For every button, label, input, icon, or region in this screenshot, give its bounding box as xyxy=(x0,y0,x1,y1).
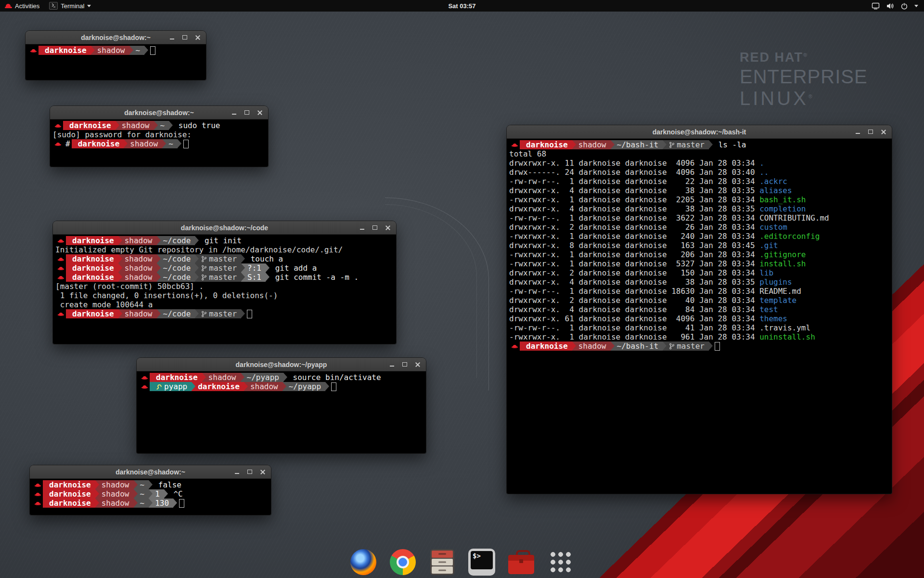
window-titlebar[interactable]: darknoise@shadow:~ xyxy=(30,465,271,479)
close-button[interactable] xyxy=(413,360,422,369)
terminal-body[interactable]: darknoiseshadow~ falsedarknoiseshadow~1 … xyxy=(30,479,271,515)
minimize-button[interactable] xyxy=(387,360,396,369)
terminal-line: darknoiseshadow~130 xyxy=(32,499,269,508)
prompt-git-branch-segment: master xyxy=(195,273,241,282)
dock-item-toolbox[interactable] xyxy=(506,547,536,577)
minimize-button[interactable] xyxy=(853,128,862,136)
redhat-icon xyxy=(139,382,150,391)
file-name: .travis.yml xyxy=(759,323,810,332)
close-button[interactable] xyxy=(193,33,202,42)
close-icon xyxy=(415,362,420,367)
terminal-window: darknoise@shadow:~ darknoiseshadow~ sudo… xyxy=(50,106,268,167)
dock-item-firefox[interactable] xyxy=(348,547,378,577)
window-titlebar[interactable]: darknoise@shadow:~/bash-it xyxy=(507,125,892,139)
top-bar: Activities Terminal Sat 03:57 xyxy=(0,0,924,12)
window-titlebar[interactable]: darknoise@shadow:~ xyxy=(50,106,268,119)
prompt-host-segment: shadow xyxy=(118,254,157,263)
terminal-body[interactable]: darknoiseshadow~ sudo true[sudo] passwor… xyxy=(50,119,268,167)
terminal-body[interactable]: darknoiseshadow~/pyapp source bin/activa… xyxy=(137,371,426,453)
minimize-button[interactable] xyxy=(232,468,241,476)
terminal-line: drwxrwxr-x. 4 darknoise darknoise 38 Jan… xyxy=(509,277,889,287)
redhat-icon xyxy=(55,309,66,318)
chevron-down-icon xyxy=(87,5,91,7)
output-text: -rwxrwxr-x. 1 darknoise darknoise 5327 J… xyxy=(509,259,759,268)
command-text: sudo true xyxy=(169,121,220,130)
prompt-path-segment: ~/pyapp xyxy=(241,373,283,382)
prompt-git-branch-segment: master xyxy=(195,309,241,318)
chevron-down-icon xyxy=(914,5,918,7)
maximize-button[interactable] xyxy=(243,108,251,117)
dock-item-terminal[interactable]: $> xyxy=(467,547,497,577)
redhat-icon xyxy=(55,254,66,263)
activities-button[interactable]: Activities xyxy=(0,0,44,12)
chrome-icon xyxy=(390,549,416,575)
file-name: completion xyxy=(759,204,806,213)
terminal-line: -rwxrwxr-x. 1 darknoise darknoise 961 Ja… xyxy=(509,332,889,342)
file-name: custom xyxy=(759,223,787,232)
terminal-line: #darknoiseshadow~ xyxy=(52,139,266,148)
terminal-line: drwxrwxr-x. 4 darknoise darknoise 38 Jan… xyxy=(509,204,889,213)
maximize-button[interactable] xyxy=(866,128,875,136)
window-titlebar[interactable]: darknoise@shadow:~ xyxy=(26,31,206,44)
dock-item-files[interactable] xyxy=(427,547,457,577)
maximize-button[interactable] xyxy=(400,360,409,369)
minimize-button[interactable] xyxy=(230,108,238,117)
dock: $> xyxy=(348,547,576,577)
app-grid-icon xyxy=(550,551,572,573)
output-text: -rw-rw-r--. 1 darknoise darknoise 18630 … xyxy=(509,287,759,296)
file-name: template xyxy=(759,296,796,305)
redhat-icon xyxy=(509,140,520,149)
system-status-area[interactable] xyxy=(868,0,922,12)
prompt-user-segment: darknoise xyxy=(520,140,572,149)
clock[interactable]: Sat 03:57 xyxy=(443,0,480,12)
window-titlebar[interactable]: darknoise@shadow:~/pyapp xyxy=(137,358,426,371)
terminal-window: darknoise@shadow:~ darknoiseshadow~ xyxy=(26,31,206,80)
maximize-button[interactable] xyxy=(371,223,379,232)
close-icon xyxy=(260,470,265,474)
prompt-host-segment: shadow xyxy=(572,140,611,149)
terminal-body[interactable]: darknoiseshadow~ xyxy=(26,44,206,80)
terminal-body[interactable]: darknoiseshadow~/bash-itmaster ls -latot… xyxy=(507,139,892,494)
terminal-window: darknoise@shadow:~/bash-it darknoiseshad… xyxy=(507,125,892,494)
output-text: drwxrwxr-x. 2 darknoise darknoise 26 Jan… xyxy=(509,223,759,232)
app-menu-terminal[interactable]: Terminal xyxy=(44,0,96,12)
close-button[interactable] xyxy=(258,468,267,476)
app-menu-label: Terminal xyxy=(61,2,84,10)
terminal-line: darknoiseshadow~ false xyxy=(32,480,269,489)
prompt-host-segment: shadow xyxy=(244,382,282,391)
prompt-path-segment: ~/pyapp xyxy=(282,382,325,391)
dock-item-show-applications[interactable] xyxy=(546,547,576,577)
terminal-body[interactable]: darknoiseshadow~/code git initInitialize… xyxy=(53,235,396,344)
file-name: themes xyxy=(759,314,787,323)
minimize-icon xyxy=(232,114,236,115)
prompt-user-segment: darknoise xyxy=(43,489,95,499)
terminal-cursor xyxy=(183,140,189,148)
redhat-icon xyxy=(52,121,63,130)
terminal-line: darknoiseshadow~1 ^C xyxy=(32,489,269,499)
close-button[interactable] xyxy=(384,223,392,232)
rhel-watermark-line1: RED HAT® xyxy=(740,50,868,65)
close-icon xyxy=(257,110,262,115)
dock-item-chrome[interactable] xyxy=(388,547,418,577)
prompt-host-segment: shadow xyxy=(118,309,157,318)
output-text: -rwxrwxr-x. 1 darknoise darknoise 2205 J… xyxy=(509,195,759,204)
window-titlebar[interactable]: darknoise@shadow:~/code xyxy=(53,221,396,235)
close-button[interactable] xyxy=(256,108,264,117)
terminal-line: [master (root-commit) 50bcb63] . xyxy=(55,282,394,291)
file-name: .. xyxy=(759,168,769,177)
prompt-user-segment: darknoise xyxy=(150,373,202,382)
prompt-user-segment: darknoise xyxy=(66,254,118,263)
redhat-icon xyxy=(55,236,66,245)
close-button[interactable] xyxy=(879,128,888,136)
terminal-window: darknoise@shadow:~/pyapp darknoiseshadow… xyxy=(137,358,426,453)
maximize-button[interactable] xyxy=(245,468,254,476)
prompt-path-segment: ~/bash-it xyxy=(611,342,663,351)
close-icon xyxy=(881,130,886,134)
minimize-button[interactable] xyxy=(358,223,366,232)
activities-label: Activities xyxy=(15,2,39,10)
minimize-button[interactable] xyxy=(167,33,176,42)
maximize-button[interactable] xyxy=(180,33,189,42)
output-text: drwxrwxr-x. 2 darknoise darknoise 150 Ja… xyxy=(509,268,759,277)
rhel-watermark: RED HAT® ENTERPRISE LINUX® xyxy=(740,50,868,109)
file-name: aliases xyxy=(759,186,792,195)
